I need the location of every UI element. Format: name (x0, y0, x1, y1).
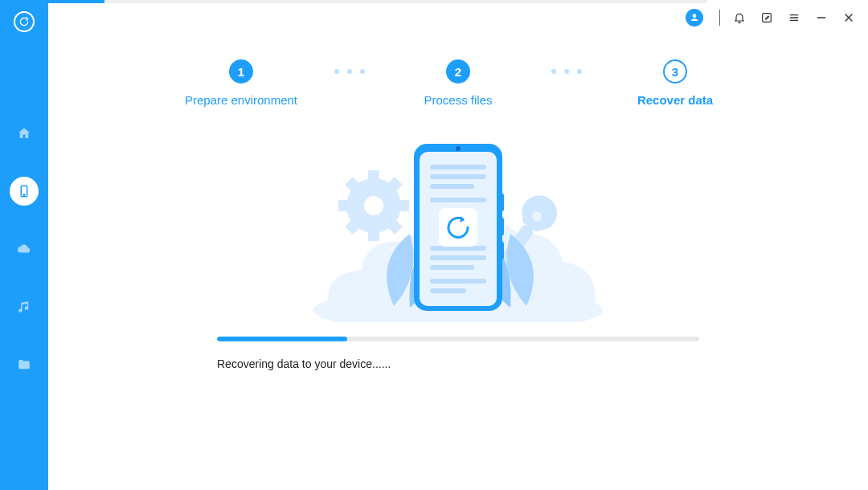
account-avatar[interactable] (686, 9, 703, 27)
svg-line-17 (349, 223, 356, 231)
svg-rect-31 (430, 198, 486, 202)
step-label: Process files (382, 93, 534, 107)
svg-rect-29 (430, 174, 486, 179)
minimize-icon[interactable] (813, 10, 829, 26)
title-bar (48, 0, 868, 35)
wizard-steps: 1 Prepare environment 2 Process files 3 … (48, 59, 868, 107)
app-root: 1 Prepare environment 2 Process files 3 … (0, 0, 868, 490)
progress-bar (217, 337, 699, 341)
step-label: Recover data (599, 93, 751, 107)
sidebar-item-device[interactable] (10, 177, 39, 206)
sidebar-item-folder[interactable] (10, 350, 39, 379)
svg-rect-28 (430, 165, 486, 169)
svg-rect-37 (439, 208, 477, 247)
sidebar-item-cloud[interactable] (10, 235, 39, 263)
svg-rect-34 (430, 265, 474, 270)
svg-rect-30 (430, 184, 474, 189)
phone-icon (414, 144, 504, 311)
step-separator-dots (317, 59, 382, 84)
illustration (305, 137, 611, 322)
step-label: Prepare environment (165, 93, 317, 107)
sidebar-nav (0, 119, 48, 379)
step-prepare-environment: 1 Prepare environment (165, 59, 317, 107)
sidebar-item-home[interactable] (10, 119, 39, 148)
svg-point-19 (364, 196, 383, 215)
progress-bar-fill (217, 337, 347, 341)
progress-area: Recovering data to your device...... (217, 337, 699, 370)
menu-icon[interactable] (786, 10, 802, 26)
svg-rect-27 (499, 242, 504, 259)
illustration-wrap (48, 137, 868, 322)
svg-line-18 (391, 181, 399, 188)
sidebar (0, 0, 48, 490)
svg-rect-25 (499, 194, 504, 211)
svg-rect-33 (430, 255, 486, 260)
svg-line-16 (391, 223, 399, 231)
app-logo (14, 11, 35, 32)
svg-rect-35 (430, 279, 486, 284)
close-icon[interactable] (841, 10, 857, 26)
step-number: 1 (229, 59, 253, 84)
step-process-files: 2 Process files (382, 59, 534, 107)
main-area: 1 Prepare environment 2 Process files 3 … (48, 0, 868, 490)
svg-point-24 (456, 146, 461, 151)
feedback-icon[interactable] (759, 10, 775, 26)
step-number: 2 (446, 59, 470, 84)
bell-icon[interactable] (731, 10, 747, 26)
title-bar-separator (719, 10, 720, 26)
svg-rect-26 (499, 218, 504, 235)
step-recover-data: 3 Recover data (599, 59, 751, 107)
status-text: Recovering data to your device...... (217, 357, 699, 370)
step-number: 3 (663, 59, 687, 84)
sidebar-item-music[interactable] (10, 292, 39, 321)
svg-line-15 (349, 181, 356, 188)
step-separator-dots (534, 59, 599, 84)
svg-rect-36 (430, 288, 466, 293)
svg-point-1 (23, 194, 25, 196)
